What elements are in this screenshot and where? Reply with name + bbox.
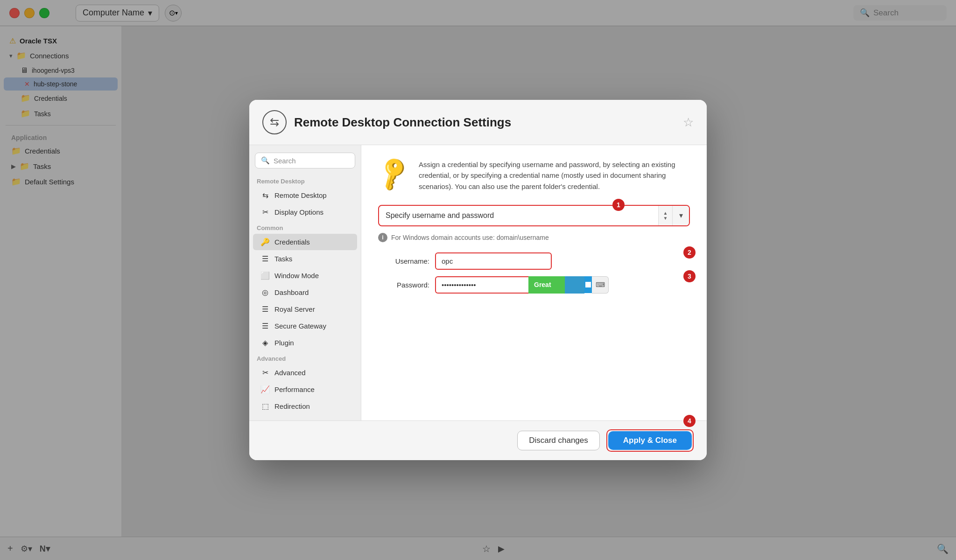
nav-item-label: Royal Server [274,305,315,313]
performance-icon: 📈 [260,385,270,394]
nav-item-label: Remote Desktop [274,191,327,199]
advanced-nav-icon: ✂ [260,368,270,377]
modal-main-content: 🔑 Assign a credential by specifying user… [361,145,707,420]
strength-label: Great [534,281,551,288]
nav-item-label: Window Mode [274,272,319,280]
nav-item-label: Advanced [274,369,306,377]
apply-close-button[interactable]: Apply & Close [608,431,692,450]
step-badge-3: 3 [683,270,696,282]
nav-item-remote-desktop[interactable]: ⇆ Remote Desktop [253,187,357,203]
password-label: Password: [378,281,429,289]
nav-item-label: Redirection [274,402,310,410]
strength-dot [584,276,592,293]
step-badge-2: 2 [683,246,696,259]
search-icon: 🔍 [261,156,270,165]
remote-desktop-nav-icon: ⇆ [260,191,270,200]
description-text: Assign a credential by specifying userna… [419,159,690,192]
stepper-down-icon: ▼ [663,216,668,221]
key-icon: 🔑 [373,154,414,193]
content-description: 🔑 Assign a credential by specifying user… [378,159,690,192]
stepper-up-button[interactable]: ▲ ▼ [658,206,672,225]
keyboard-icon-button[interactable]: ⌨ [592,276,609,294]
settings-modal: ⇆ Remote Desktop Connection Settings ☆ 🔍… [249,100,707,460]
plugin-icon: ◈ [260,338,270,347]
nav-item-tasks[interactable]: ☰ Tasks [253,251,357,267]
nav-item-label: Dashboard [274,288,309,296]
username-label: Username: [378,257,429,265]
nav-item-royal-server[interactable]: ☰ Royal Server [253,301,357,317]
nav-item-secure-gateway[interactable]: ☰ Secure Gateway [253,318,357,334]
royal-server-icon: ☰ [260,305,270,314]
stepper-up-icon: ▲ [663,210,668,216]
step-badge-1: 1 [612,199,625,211]
nav-item-label: Secure Gateway [274,322,326,330]
credentials-nav-icon: 🔑 [260,238,270,246]
modal-search-input[interactable]: 🔍 Search [255,153,355,168]
nav-item-label: Display Options [274,208,323,216]
modal-header: ⇆ Remote Desktop Connection Settings ☆ [249,100,707,145]
window-mode-icon: ⬜ [260,271,270,280]
hint-text: For Windows domain accounts use: domain\… [391,234,549,241]
nav-item-window-mode[interactable]: ⬜ Window Mode [253,267,357,284]
info-icon: i [378,233,387,242]
modal-section-remote-desktop: Remote Desktop [249,174,361,187]
nav-item-performance[interactable]: 📈 Performance [253,381,357,398]
nav-item-advanced[interactable]: ✂ Advanced [253,364,357,381]
step-badge-4: 4 [683,415,696,427]
redirection-icon: ⬚ [260,402,270,411]
nav-item-display-options[interactable]: ✂ Display Options [253,204,357,220]
dropdown-arrow-button[interactable]: ▾ [672,206,689,225]
nav-item-label: Tasks [274,255,292,263]
hint-row: i For Windows domain accounts use: domai… [378,233,690,242]
display-options-icon: ✂ [260,208,270,217]
modal-title: Remote Desktop Connection Settings [294,115,675,130]
credential-dropdown-label: Specify username and password [386,211,494,219]
app-background: Computer Name ▾ ⊙ ▾ 🔍 Search ⚠ Oracle TS… [0,0,956,560]
modal-title-icon: ⇆ [262,110,287,134]
nav-item-dashboard[interactable]: ◎ Dashboard [253,284,357,301]
modal-section-common: Common [249,221,361,233]
nav-item-credentials[interactable]: 🔑 Credentials [253,234,357,250]
remote-desktop-icon: ⇆ [270,116,279,129]
chevron-down-icon: ▾ [679,211,683,220]
nav-item-redirection[interactable]: ⬚ Redirection [253,398,357,414]
dot-icon [585,282,591,287]
modal-sidebar: 🔍 Search Remote Desktop ⇆ Remote Desktop… [249,145,361,420]
modal-footer: 4 Discard changes Apply & Close [249,420,707,460]
nav-item-label: Credentials [274,238,310,246]
discard-changes-button[interactable]: Discard changes [517,431,600,450]
modal-overlay: ⇆ Remote Desktop Connection Settings ☆ 🔍… [0,0,956,560]
password-strength-bar: Great [528,276,584,294]
secure-gateway-icon: ☰ [260,322,270,330]
modal-section-advanced: Advanced [249,351,361,364]
dashboard-icon: ◎ [260,288,270,297]
modal-body: 🔍 Search Remote Desktop ⇆ Remote Desktop… [249,145,707,420]
tasks-nav-icon: ☰ [260,254,270,263]
password-input[interactable] [435,276,528,294]
search-placeholder: Search [274,157,296,165]
keyboard-icon: ⌨ [596,281,605,288]
nav-item-plugin[interactable]: ◈ Plugin [253,335,357,351]
username-input[interactable] [435,252,552,270]
favorite-star-icon[interactable]: ☆ [683,115,694,130]
nav-item-label: Plugin [274,339,294,347]
nav-item-label: Performance [274,385,315,393]
